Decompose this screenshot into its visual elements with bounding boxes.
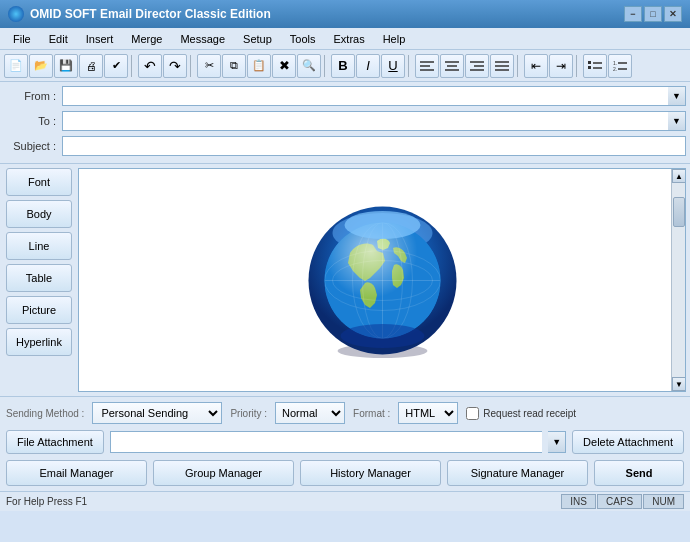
redo-button[interactable]: ↷ (163, 54, 187, 78)
from-dropdown-button[interactable]: ▼ (668, 86, 686, 106)
indent-decrease-button[interactable]: ⇤ (524, 54, 548, 78)
separator3 (324, 55, 328, 77)
scroll-up-button[interactable]: ▲ (672, 169, 686, 183)
format-select[interactable]: HTML Plain Text (398, 402, 458, 424)
justify-button[interactable] (490, 54, 514, 78)
table-button[interactable]: Table (6, 264, 72, 292)
menu-tools[interactable]: Tools (281, 30, 325, 48)
delete-attachment-button[interactable]: Delete Attachment (572, 430, 684, 454)
priority-label: Priority : (230, 408, 267, 419)
svg-point-33 (344, 211, 420, 239)
main-area: Font Body Line Table Picture Hyperlink (0, 164, 690, 396)
font-button[interactable]: Font (6, 168, 72, 196)
list2-button[interactable]: 1.2. (608, 54, 632, 78)
indent-increase-button[interactable]: ⇥ (549, 54, 573, 78)
svg-rect-12 (588, 61, 591, 64)
open-button[interactable]: 📂 (29, 54, 53, 78)
menu-extras[interactable]: Extras (324, 30, 373, 48)
separator1 (131, 55, 135, 77)
status-help-text: For Help Press F1 (6, 496, 87, 507)
bold-button[interactable]: B (331, 54, 355, 78)
from-row: From : ▼ (4, 85, 686, 107)
manager-row: Email Manager Group Manager History Mana… (6, 459, 684, 487)
paste-button[interactable]: 📋 (247, 54, 271, 78)
close-button[interactable]: ✕ (664, 6, 682, 22)
to-label: To : (4, 115, 62, 127)
separator6 (576, 55, 580, 77)
menu-edit[interactable]: Edit (40, 30, 77, 48)
signature-manager-button[interactable]: Signature Manager (447, 460, 588, 486)
svg-point-32 (324, 222, 440, 338)
underline-button[interactable]: U (381, 54, 405, 78)
ins-indicator: INS (561, 494, 596, 509)
request-receipt-label[interactable]: Request read receipt (466, 407, 576, 420)
print-button[interactable]: 🖨 (79, 54, 103, 78)
menu-insert[interactable]: Insert (77, 30, 123, 48)
title-bar-left: OMID SOFT Email Director Classic Edition (8, 6, 271, 22)
send-button[interactable]: Send (594, 460, 684, 486)
history-manager-button[interactable]: History Manager (300, 460, 441, 486)
undo-button[interactable]: ↶ (138, 54, 162, 78)
check-button[interactable]: ✔ (104, 54, 128, 78)
separator4 (408, 55, 412, 77)
sending-method-select[interactable]: Personal Sending (92, 402, 222, 424)
subject-row: Subject : (4, 135, 686, 157)
picture-button[interactable]: Picture (6, 296, 72, 324)
save-button[interactable]: 💾 (54, 54, 78, 78)
menu-file[interactable]: File (4, 30, 40, 48)
svg-point-34 (340, 324, 424, 348)
find-button[interactable]: 🔍 (297, 54, 321, 78)
to-dropdown-button[interactable]: ▼ (668, 111, 686, 131)
file-attachment-button[interactable]: File Attachment (6, 430, 104, 454)
from-input[interactable] (62, 86, 668, 106)
format-label: Format : (353, 408, 390, 419)
to-row: To : ▼ (4, 110, 686, 132)
delete-button[interactable]: ✖ (272, 54, 296, 78)
menu-bar: File Edit Insert Merge Message Setup Too… (0, 28, 690, 50)
from-label: From : (4, 90, 62, 102)
svg-text:2.: 2. (613, 66, 617, 72)
group-manager-button[interactable]: Group Manager (153, 460, 294, 486)
file-attachment-dropdown[interactable]: ▼ (548, 431, 566, 453)
menu-setup[interactable]: Setup (234, 30, 281, 48)
menu-help[interactable]: Help (374, 30, 415, 48)
menu-merge[interactable]: Merge (122, 30, 171, 48)
num-indicator: NUM (643, 494, 684, 509)
status-bar: For Help Press F1 INS CAPS NUM (0, 491, 690, 511)
list1-button[interactable] (583, 54, 607, 78)
scrollbar-thumb[interactable] (673, 197, 685, 227)
priority-select[interactable]: Normal High Low (275, 402, 345, 424)
separator2 (190, 55, 194, 77)
editor-scrollbar[interactable]: ▲ ▼ (671, 169, 685, 391)
email-manager-button[interactable]: Email Manager (6, 460, 147, 486)
body-button[interactable]: Body (6, 200, 72, 228)
request-receipt-checkbox[interactable] (466, 407, 479, 420)
subject-input[interactable] (62, 136, 686, 156)
minimize-button[interactable]: − (624, 6, 642, 22)
align-left-button[interactable] (415, 54, 439, 78)
title-bar: OMID SOFT Email Director Classic Edition… (0, 0, 690, 28)
copy-button[interactable]: ⧉ (222, 54, 246, 78)
italic-button[interactable]: I (356, 54, 380, 78)
to-input[interactable] (62, 111, 668, 131)
hyperlink-button[interactable]: Hyperlink (6, 328, 72, 356)
scroll-down-button[interactable]: ▼ (672, 377, 686, 391)
header-fields: From : ▼ To : ▼ Subject : (0, 82, 690, 164)
app-icon (8, 6, 24, 22)
menu-message[interactable]: Message (171, 30, 234, 48)
globe-container (79, 169, 685, 391)
line-button[interactable]: Line (6, 232, 72, 260)
cut-button[interactable]: ✂ (197, 54, 221, 78)
subject-label: Subject : (4, 140, 62, 152)
align-right-button[interactable] (465, 54, 489, 78)
attach-row: File Attachment ▼ Delete Attachment (6, 429, 684, 455)
editor-area[interactable]: ▲ ▼ (78, 168, 686, 392)
maximize-button[interactable]: □ (644, 6, 662, 22)
align-center-button[interactable] (440, 54, 464, 78)
new-button[interactable]: 📄 (4, 54, 28, 78)
sidebar: Font Body Line Table Picture Hyperlink (0, 164, 78, 396)
toolbar: 📄 📂 💾 🖨 ✔ ↶ ↷ ✂ ⧉ 📋 ✖ 🔍 B I U ⇤ ⇥ 1.2. (0, 50, 690, 82)
globe-icon (305, 203, 460, 358)
file-attachment-input[interactable] (110, 431, 542, 453)
app-title: OMID SOFT Email Director Classic Edition (30, 7, 271, 21)
